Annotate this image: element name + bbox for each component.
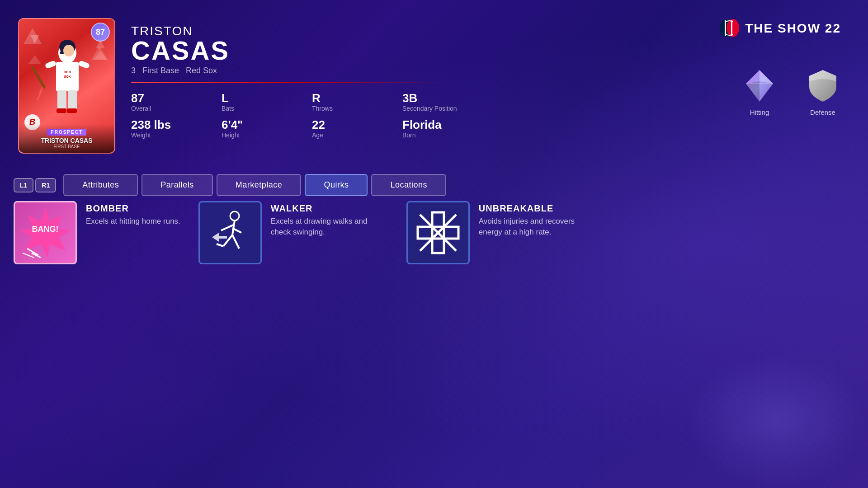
svg-marker-4 <box>30 35 39 44</box>
stat-secondary-position: 3B Secondary Position <box>402 92 493 112</box>
svg-rect-19 <box>68 90 77 111</box>
svg-rect-3 <box>731 20 732 36</box>
divider <box>131 82 448 83</box>
walker-text: WALKER Excels at drawing walks and check… <box>271 201 388 238</box>
svg-line-37 <box>217 244 223 246</box>
bomber-name: BOMBER <box>86 203 180 214</box>
card-label-area: PROSPECT TRISTON CASAS FIRST BASE <box>19 124 114 153</box>
stat-throws-label: Throws <box>312 105 402 112</box>
player-last-name: CASAS <box>131 38 493 64</box>
walker-icon <box>205 208 255 258</box>
stats-grid: 87 Overall L Bats R Throws 3B Secondary … <box>131 92 493 139</box>
stat-overall-label: Overall <box>131 105 222 112</box>
defense-badge: Defense <box>805 68 841 116</box>
hitting-icon <box>741 68 778 104</box>
player-meta: 3 First Base Red Sox <box>131 66 493 75</box>
stat-overall-value: 87 <box>131 92 222 104</box>
stat-born: Florida Born <box>402 119 493 139</box>
player-card: 87 RED SOX <box>18 18 115 154</box>
svg-rect-17 <box>31 66 46 89</box>
walker-name: WALKER <box>271 203 388 214</box>
quirk-bomber: BANG! BOMBER Excels at hitting home runs… <box>14 201 180 264</box>
stat-bats-label: Bats <box>222 105 312 112</box>
quirk-walker: WALKER Excels at drawing walks and check… <box>198 201 388 264</box>
l1-button[interactable]: L1 <box>14 178 33 192</box>
bomber-desc: Excels at hitting home runs. <box>86 216 180 227</box>
unbreakable-icon <box>413 208 463 258</box>
tab-quirks[interactable]: Quirks <box>305 174 368 196</box>
svg-line-33 <box>221 225 233 230</box>
stat-born-value: Florida <box>402 119 493 131</box>
hitting-badge: Hitting <box>741 68 778 116</box>
svg-rect-15 <box>45 60 57 69</box>
stat-bats-value: L <box>222 92 312 104</box>
stat-overall: 87 Overall <box>131 92 222 112</box>
player-number: 3 <box>131 66 136 75</box>
tab-parallels[interactable]: Parallels <box>142 174 213 196</box>
player-team: Red Sox <box>186 66 217 75</box>
player-badges: Hitting Defense <box>741 68 841 116</box>
stat-weight: 238 lbs Weight <box>131 119 222 139</box>
stat-height: 6'4" Height <box>222 119 312 139</box>
svg-marker-23 <box>760 70 773 84</box>
defense-icon <box>805 68 841 104</box>
nav-button-group: L1 R1 <box>14 178 56 192</box>
mlb-shield-icon <box>719 18 740 38</box>
card-position-label: FIRST BASE <box>23 144 111 149</box>
r1-button[interactable]: R1 <box>35 178 56 192</box>
svg-rect-18 <box>57 90 66 111</box>
unbreakable-desc: Avoids injuries and recovers energy at a… <box>479 216 596 238</box>
stat-throws-value: R <box>312 92 402 104</box>
bomber-icon: BANG! <box>18 206 72 260</box>
tab-attributes[interactable]: Attributes <box>63 174 138 196</box>
svg-line-35 <box>232 235 239 249</box>
unbreakable-text: UNBREAKABLE Avoids injuries and recovers… <box>479 201 596 238</box>
stat-age-label: Age <box>312 131 402 139</box>
hitting-badge-label: Hitting <box>750 108 769 116</box>
player-info: TRISTON CASAS 3 First Base Red Sox 87 Ov… <box>131 25 493 139</box>
bomber-icon-box: BANG! <box>14 201 77 264</box>
stat-secondary-position-value: 3B <box>402 92 493 104</box>
svg-marker-6 <box>28 55 42 64</box>
stat-throws: R Throws <box>312 92 402 112</box>
unbreakable-icon-box <box>406 201 470 264</box>
svg-rect-16 <box>78 60 90 69</box>
stat-born-label: Born <box>402 131 493 139</box>
svg-marker-5 <box>96 39 105 48</box>
defense-badge-label: Defense <box>810 108 835 116</box>
quirk-unbreakable: UNBREAKABLE Avoids injuries and recovers… <box>406 201 596 264</box>
svg-text:BANG!: BANG! <box>32 225 59 234</box>
unbreakable-name: UNBREAKABLE <box>479 203 596 214</box>
player-position: First Base <box>142 66 179 75</box>
svg-text:SOX: SOX <box>64 75 71 78</box>
bomber-text: BOMBER Excels at hitting home runs. <box>86 201 180 227</box>
svg-marker-7 <box>94 51 107 60</box>
stat-bats: L Bats <box>222 92 312 112</box>
stat-weight-value: 238 lbs <box>131 119 222 131</box>
game-title: THE SHOW 22 <box>745 21 841 36</box>
svg-marker-24 <box>746 81 760 102</box>
tab-locations[interactable]: Locations <box>371 174 446 196</box>
walker-icon-box <box>198 201 262 264</box>
svg-text:RED: RED <box>64 70 71 74</box>
svg-rect-21 <box>67 108 77 113</box>
quirks-section: BANG! BOMBER Excels at hitting home runs… <box>14 201 596 264</box>
nav-tabs: L1 R1 Attributes Parallels Marketplace Q… <box>14 174 446 196</box>
stat-age-value: 22 <box>312 119 402 131</box>
stat-age: 22 Age <box>312 119 402 139</box>
walker-desc: Excels at drawing walks and check swingi… <box>271 216 388 238</box>
svg-marker-38 <box>212 233 219 242</box>
svg-point-31 <box>230 211 239 221</box>
svg-rect-39 <box>219 236 227 239</box>
stat-weight-label: Weight <box>131 131 222 139</box>
mlb-logo: THE SHOW 22 <box>719 18 841 38</box>
card-type-badge: PROSPECT <box>47 129 86 136</box>
svg-rect-20 <box>57 108 66 113</box>
tab-marketplace[interactable]: Marketplace <box>217 174 302 196</box>
stat-secondary-position-label: Secondary Position <box>402 105 493 112</box>
svg-point-11 <box>63 45 74 56</box>
stat-height-label: Height <box>222 131 312 139</box>
card-player-name: TRISTON CASAS <box>23 137 111 144</box>
svg-rect-2 <box>725 20 726 36</box>
stat-height-value: 6'4" <box>222 119 312 131</box>
